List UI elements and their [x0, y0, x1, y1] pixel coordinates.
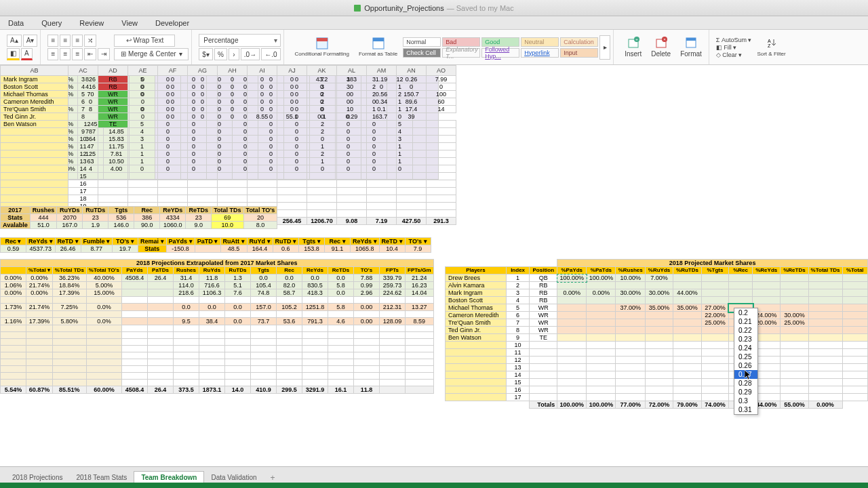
- dropdown-option[interactable]: 0.3: [734, 396, 757, 405]
- dropdown-option[interactable]: 0.25: [734, 352, 757, 361]
- dec-decimal[interactable]: ←.0: [261, 48, 280, 60]
- orientation[interactable]: ⤭: [84, 35, 96, 47]
- sheet-2018-projections[interactable]: 2018 Projections: [5, 472, 70, 483]
- dropdown-option[interactable]: 0.2: [734, 308, 757, 317]
- status-bar: [0, 483, 868, 488]
- svg-text:+: +: [635, 37, 638, 41]
- upper-right-players[interactable]: ABACADAEAFAGAHAIAJAKALAMANAO Mark Ingram…: [0, 65, 456, 225]
- svg-text:Z: Z: [768, 43, 771, 48]
- style-normal[interactable]: Normal: [403, 37, 441, 47]
- percent[interactable]: %: [214, 48, 227, 60]
- sheet-data-validation[interactable]: Data Validation: [204, 472, 263, 483]
- ribbon: A▴ A▾ ◧ A ≡ ≡ ≡ ⤭ ≡ ≡ ≡ ⇤ ⇥: [0, 30, 868, 65]
- tab-review[interactable]: Review: [77, 17, 106, 29]
- app-icon: [354, 5, 361, 12]
- dropdown-option[interactable]: 0.31: [734, 405, 757, 414]
- delete-button[interactable]: ×Delete: [647, 37, 675, 58]
- svg-text:A: A: [768, 39, 771, 43]
- styles-group: Conditional Formatting Format as Table N…: [288, 30, 614, 64]
- ribbon-tabs: Data Query Review View Developer: [0, 16, 868, 30]
- dropdown-option[interactable]: 0.21: [734, 317, 757, 326]
- align-bot[interactable]: ≡: [72, 35, 83, 47]
- align-left[interactable]: ≡: [47, 48, 58, 60]
- align-center[interactable]: ≡: [60, 48, 71, 60]
- validation-dropdown-list[interactable]: 0.20.210.220.230.240.250.260.270.280.290…: [734, 308, 758, 415]
- indent-dec[interactable]: ⇤: [84, 48, 96, 60]
- dropdown-option[interactable]: 0.22: [734, 326, 757, 335]
- dropdown-option[interactable]: 0.23: [734, 335, 757, 344]
- style-bad[interactable]: Bad: [442, 37, 480, 47]
- sort-filter[interactable]: AZSort & Filter: [753, 37, 789, 57]
- style-follow[interactable]: Followed Hyp...: [481, 48, 519, 58]
- style-neutral[interactable]: Neutral: [521, 37, 559, 47]
- font-size-down[interactable]: A▾: [23, 35, 38, 47]
- format-as-table[interactable]: Format as Table: [355, 37, 401, 57]
- style-input[interactable]: Input: [560, 48, 598, 58]
- tab-view[interactable]: View: [119, 17, 140, 29]
- mouse-cursor: [745, 370, 753, 381]
- align-mid[interactable]: ≡: [60, 35, 71, 47]
- tab-developer[interactable]: Developer: [153, 17, 192, 29]
- align-top[interactable]: ≡: [47, 35, 58, 47]
- dropdown-option[interactable]: 0.26: [734, 361, 757, 370]
- svg-rect-11: [686, 38, 696, 41]
- mid-stats-table[interactable]: 2017RushesRuYDsRuTDsTgtsRecReYDsReTDsTot…: [0, 206, 277, 229]
- worksheet-grid[interactable]: KLMNOPQRSTUVWXYZAA 1008181.0%82610.20500…: [0, 65, 868, 466]
- format-button[interactable]: Format: [676, 37, 706, 58]
- style-check[interactable]: Check Cell: [403, 48, 441, 58]
- number-format-dropdown[interactable]: Percentage: [199, 34, 280, 47]
- tab-query[interactable]: Query: [39, 17, 64, 29]
- tab-data[interactable]: Data: [5, 17, 26, 29]
- number-group: Percentage $▾ % › .0→ ←.0: [196, 30, 283, 64]
- styles-more[interactable]: ▸: [599, 35, 610, 60]
- style-good[interactable]: Good: [481, 37, 519, 47]
- clear[interactable]: ◇ Clear ▾: [716, 52, 752, 58]
- fill-color[interactable]: ◧: [7, 48, 20, 60]
- market-shares-table[interactable]: 2018 Projected Market SharesPlayersIndex…: [445, 259, 868, 409]
- indent-inc[interactable]: ⇥: [98, 48, 110, 60]
- style-explan[interactable]: Explanatory T...: [442, 48, 480, 58]
- file-name: Opportunity_Projections: [364, 4, 443, 12]
- style-hyper[interactable]: Hyperlink: [521, 48, 559, 58]
- conditional-formatting[interactable]: Conditional Formatting: [291, 37, 353, 57]
- merge-center[interactable]: ⊞Merge & Center▾: [114, 48, 189, 60]
- font-size-up[interactable]: A▴: [7, 35, 22, 47]
- svg-rect-3: [373, 38, 384, 41]
- font-group: A▴ A▾ ◧ A: [4, 30, 41, 64]
- file-status: — Saved to my Mac: [447, 4, 514, 12]
- style-calc[interactable]: Calculation: [560, 37, 598, 47]
- autosum[interactable]: Σ AutoSum ▾: [716, 37, 752, 43]
- svg-rect-1: [317, 38, 328, 41]
- wrap-text[interactable]: ↩Wrap Text: [114, 35, 175, 47]
- cells-group: +Insert ×Delete Format: [618, 30, 709, 64]
- insert-button[interactable]: +Insert: [620, 37, 646, 58]
- editing-group: Σ AutoSum ▾ ◧ Fill ▾ ◇ Clear ▾ AZSort & …: [713, 30, 793, 64]
- sheet-tabs: 2018 Projections 2018 Team Stats Team Br…: [0, 466, 868, 488]
- svg-text:×: ×: [663, 37, 666, 41]
- align-group: ≡ ≡ ≡ ⤭ ≡ ≡ ≡ ⇤ ⇥ ↩Wrap Text ⊞Merge & Ce…: [45, 30, 192, 64]
- sheet-2018-team-stats[interactable]: 2018 Team Stats: [70, 472, 134, 483]
- align-right[interactable]: ≡: [72, 48, 83, 60]
- projections-table[interactable]: 2018 Projections Extrapolated from 2017 …: [0, 259, 434, 394]
- dropdown-option[interactable]: 0.29: [734, 388, 757, 396]
- fill[interactable]: ◧ Fill ▾: [716, 44, 752, 51]
- inc-decimal[interactable]: .0→: [241, 48, 260, 60]
- dropdown-option[interactable]: 0.24: [734, 344, 757, 352]
- font-color[interactable]: A: [21, 48, 33, 60]
- comma[interactable]: ›: [229, 48, 239, 60]
- window-titlebar: Opportunity_Projections — Saved to my Ma…: [0, 0, 868, 16]
- currency[interactable]: $▾: [199, 48, 213, 60]
- filter-header-table[interactable]: Rec ▾ReYds ▾ReTD ▾Fumble ▾TO's ▾Remai ▾P…: [0, 237, 431, 253]
